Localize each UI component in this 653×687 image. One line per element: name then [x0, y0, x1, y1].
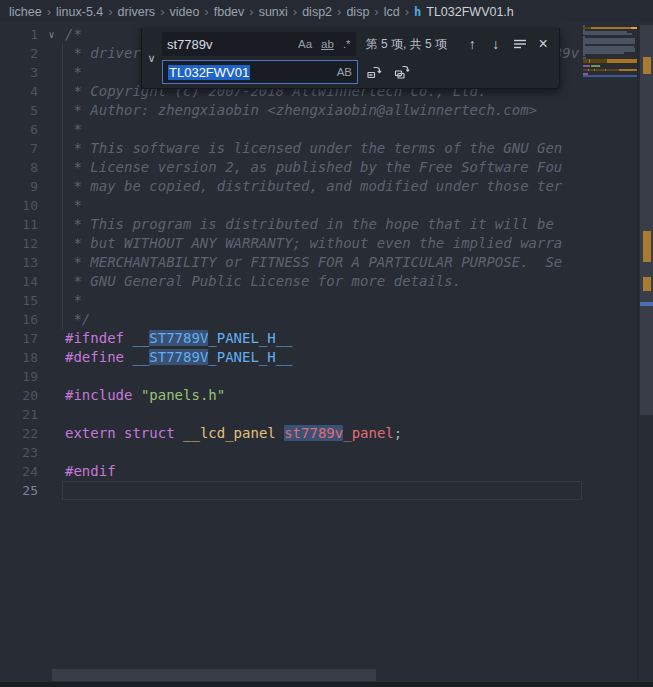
previous-match-button[interactable]: ↑ — [460, 33, 484, 55]
fold-gutter — [38, 82, 65, 101]
next-match-button[interactable]: ↓ — [484, 33, 508, 55]
fold-gutter — [38, 405, 65, 424]
code-line[interactable]: 23 — [0, 443, 582, 462]
code-text — [65, 405, 582, 424]
line-number[interactable]: 7 — [0, 139, 38, 158]
match-case-icon[interactable]: Aa — [298, 38, 312, 50]
minimap[interactable] — [583, 25, 637, 125]
line-number[interactable]: 18 — [0, 348, 38, 367]
code-line[interactable]: 7 * This software is licensed under the … — [0, 139, 582, 158]
code-token: __lcd_panel — [183, 425, 276, 441]
preserve-case-icon[interactable]: AB — [337, 66, 352, 78]
code-text: #include "panels.h" — [65, 386, 582, 405]
line-number[interactable]: 5 — [0, 101, 38, 120]
code-line[interactable]: 5 * Author: zhengxiaobin <zhengxiaobin@a… — [0, 101, 582, 120]
code-token: * but WITHOUT ANY WARRANTY; without even… — [65, 235, 562, 251]
line-number[interactable]: 9 — [0, 177, 38, 196]
code-token: * — [65, 64, 82, 80]
replace-input[interactable]: TL032FWV01 AB — [162, 60, 358, 84]
line-number[interactable]: 6 — [0, 120, 38, 139]
code-token: ST7789V — [149, 349, 208, 365]
code-line[interactable]: 16 */ — [0, 310, 582, 329]
code-line[interactable]: 22extern struct __lcd_panel st7789v_pane… — [0, 424, 582, 443]
line-number[interactable]: 19 — [0, 367, 38, 386]
code-line[interactable]: 11 * This program is distributed in the … — [0, 215, 582, 234]
line-number[interactable]: 11 — [0, 215, 38, 234]
line-number[interactable]: 17 — [0, 329, 38, 348]
find-input[interactable]: st7789v Aa ab .* — [162, 32, 356, 56]
regex-icon[interactable]: .* — [343, 38, 351, 50]
breadcrumb-separator: › — [47, 4, 51, 19]
code-text: extern struct __lcd_panel st7789v_panel; — [65, 424, 582, 443]
replace-button[interactable] — [362, 61, 386, 83]
code-token: #define — [65, 349, 124, 365]
line-number[interactable]: 25 — [0, 481, 38, 500]
code-line[interactable]: 21 — [0, 405, 582, 424]
line-number[interactable]: 2 — [0, 44, 38, 63]
code-line[interactable]: 24#endif — [0, 462, 582, 481]
code-token: * — [65, 121, 82, 137]
code-line[interactable]: 6 * — [0, 120, 582, 139]
code-line[interactable]: 15 * — [0, 291, 582, 310]
fold-gutter — [38, 139, 65, 158]
fold-gutter — [38, 272, 65, 291]
breadcrumb-item[interactable]: disp2 — [302, 5, 332, 19]
code-line[interactable]: 14 * GNU General Public License for more… — [0, 272, 582, 291]
line-number[interactable]: 16 — [0, 310, 38, 329]
code-text: * — [65, 291, 582, 310]
line-number[interactable]: 8 — [0, 158, 38, 177]
code-line[interactable]: 13 * MERCHANTABILITY or FITNESS FOR A PA… — [0, 253, 582, 272]
whole-word-icon[interactable]: ab — [321, 38, 334, 50]
line-number[interactable]: 23 — [0, 443, 38, 462]
replace-all-button[interactable] — [390, 61, 414, 83]
breadcrumb-item[interactable]: sunxi — [259, 5, 288, 19]
code-line[interactable]: 17#ifndef __ST7789V_PANEL_H__ — [0, 329, 582, 348]
breadcrumb-item[interactable]: fbdev — [214, 5, 245, 19]
vertical-scrollbar-thumb[interactable] — [640, 25, 653, 415]
close-find-widget-button[interactable]: × — [531, 33, 555, 55]
code-line[interactable]: 18#define __ST7789V_PANEL_H__ — [0, 348, 582, 367]
minimap-mark — [595, 69, 605, 71]
line-number[interactable]: 10 — [0, 196, 38, 215]
code-token: #include — [65, 387, 132, 403]
line-number[interactable]: 3 — [0, 63, 38, 82]
minimap-mark — [583, 61, 589, 63]
code-line[interactable]: 10 * — [0, 196, 582, 215]
code-line[interactable]: 19 — [0, 367, 582, 386]
line-number[interactable]: 4 — [0, 82, 38, 101]
code-token: * Author: zhengxiaobin <zhengxiaobin@all… — [65, 102, 537, 118]
fold-gutter — [38, 158, 65, 177]
find-in-selection-icon[interactable] — [508, 33, 532, 55]
ruler-match-marker — [643, 57, 651, 74]
code-line[interactable]: 12 * but WITHOUT ANY WARRANTY; without e… — [0, 234, 582, 253]
vertical-scrollbar[interactable] — [640, 22, 653, 687]
code-token: st7789v — [284, 425, 343, 441]
line-number[interactable]: 24 — [0, 462, 38, 481]
breadcrumb-item[interactable]: linux-5.4 — [56, 5, 103, 19]
breadcrumb-item[interactable]: video — [169, 5, 199, 19]
breadcrumb-item[interactable]: lichee — [9, 5, 42, 19]
line-number[interactable]: 1 — [0, 25, 38, 44]
line-number[interactable]: 21 — [0, 405, 38, 424]
code-line[interactable]: 25 — [0, 481, 582, 500]
editor-code-area[interactable]: 1∨/*2 * driver st7789v3 *4 * Copyright (… — [0, 25, 582, 500]
line-number[interactable]: 12 — [0, 234, 38, 253]
toggle-replace-chevron-icon[interactable]: ∨ — [142, 28, 161, 88]
code-line[interactable]: 9 * may be copied, distributed, and modi… — [0, 177, 582, 196]
code-line[interactable]: 20#include "panels.h" — [0, 386, 582, 405]
breadcrumb-file[interactable]: TL032FWV01.h — [426, 5, 514, 19]
line-number[interactable]: 20 — [0, 386, 38, 405]
line-number[interactable]: 13 — [0, 253, 38, 272]
line-number[interactable]: 15 — [0, 291, 38, 310]
horizontal-scrollbar-thumb[interactable] — [52, 669, 376, 681]
code-line[interactable]: 8 * License version 2, as published by t… — [0, 158, 582, 177]
breadcrumb-item[interactable]: drivers — [118, 5, 156, 19]
fold-chevron-icon[interactable]: ∨ — [38, 25, 65, 44]
breadcrumb-item[interactable]: disp — [346, 5, 369, 19]
line-number[interactable]: 14 — [0, 272, 38, 291]
breadcrumb-item[interactable]: lcd — [384, 5, 400, 19]
code-token: /* — [65, 26, 82, 42]
line-number[interactable]: 22 — [0, 424, 38, 443]
minimap-mark — [583, 69, 588, 71]
fold-gutter — [38, 329, 65, 348]
